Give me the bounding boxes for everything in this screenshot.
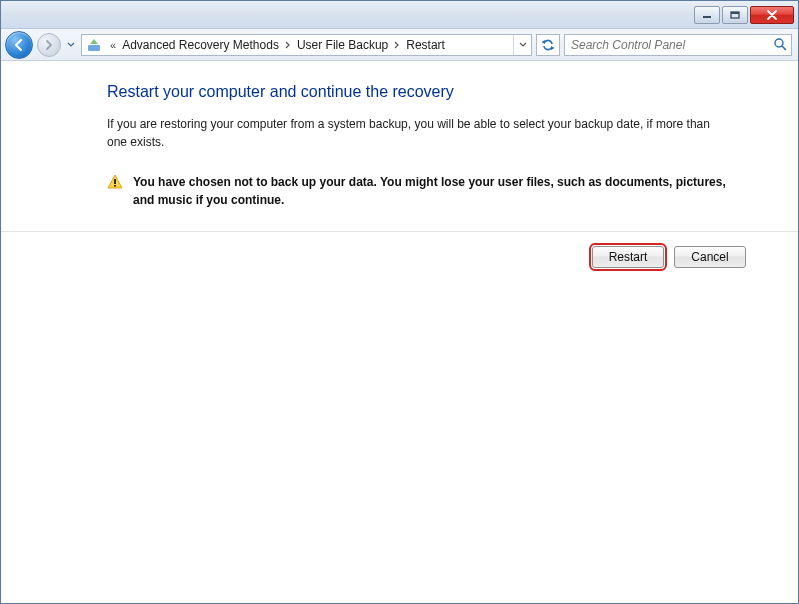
search-box[interactable] [564, 34, 792, 56]
warning-icon [107, 174, 123, 190]
chevron-down-icon [67, 42, 75, 48]
breadcrumb-overflow-icon[interactable]: « [110, 39, 116, 51]
chevron-right-icon[interactable] [281, 41, 295, 49]
svg-rect-0 [703, 16, 711, 18]
arrow-right-icon [43, 39, 55, 51]
svg-rect-6 [114, 179, 116, 184]
breadcrumb-item[interactable]: Advanced Recovery Methods [120, 38, 281, 52]
cancel-button[interactable]: Cancel [674, 246, 746, 268]
minimize-button[interactable] [694, 6, 720, 24]
warning-text: You have chosen not to back up your data… [133, 173, 737, 209]
search-input[interactable] [569, 37, 787, 53]
chevron-right-icon[interactable] [390, 41, 404, 49]
svg-rect-2 [731, 12, 739, 14]
navigation-bar: « Advanced Recovery Methods User File Ba… [1, 29, 798, 61]
recent-locations-dropdown[interactable] [65, 34, 77, 56]
svg-rect-7 [114, 185, 116, 187]
window-titlebar [1, 1, 798, 29]
close-button[interactable] [750, 6, 794, 24]
svg-line-5 [782, 46, 786, 50]
chevron-down-icon [519, 42, 527, 48]
page-title: Restart your computer and continue the r… [107, 83, 758, 101]
page-description: If you are restoring your computer from … [107, 115, 717, 151]
content-area: Restart your computer and continue the r… [1, 61, 798, 603]
maximize-button[interactable] [722, 6, 748, 24]
restart-button[interactable]: Restart [592, 246, 664, 268]
warning-message: You have chosen not to back up your data… [107, 173, 737, 209]
refresh-icon [541, 38, 555, 52]
address-bar[interactable]: « Advanced Recovery Methods User File Ba… [81, 34, 532, 56]
recovery-icon [86, 37, 102, 53]
control-panel-window: « Advanced Recovery Methods User File Ba… [0, 0, 799, 604]
forward-button[interactable] [37, 33, 61, 57]
address-dropdown[interactable] [513, 35, 531, 55]
breadcrumb-item[interactable]: User File Backup [295, 38, 390, 52]
button-row: Restart Cancel [1, 232, 798, 268]
arrow-left-icon [12, 38, 26, 52]
back-button[interactable] [5, 31, 33, 59]
search-icon [773, 37, 787, 54]
breadcrumb-item[interactable]: Restart [404, 38, 447, 52]
svg-rect-3 [88, 45, 100, 51]
refresh-button[interactable] [536, 34, 560, 56]
